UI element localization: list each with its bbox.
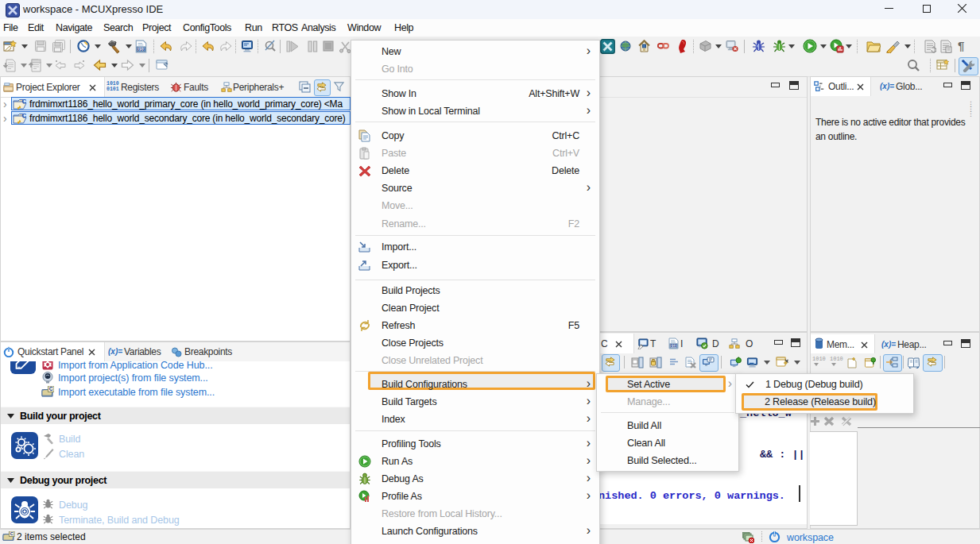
svg-text:C: C <box>22 112 27 119</box>
svg-text:C: C <box>49 386 53 392</box>
svg-text:010: 010 <box>670 344 676 348</box>
svg-text:010: 010 <box>138 48 145 52</box>
svg-text:C: C <box>10 531 14 536</box>
svg-text:C: C <box>22 98 27 105</box>
